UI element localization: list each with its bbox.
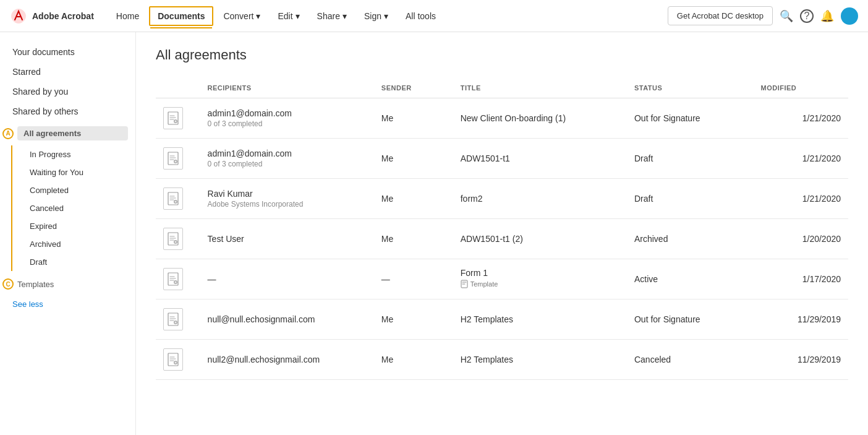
cell-status: Active	[627, 259, 754, 299]
nav-links: Home Documents Convert ▾ Edit ▾ Share ▾ …	[109, 6, 668, 26]
cell-title: form2	[453, 179, 627, 219]
top-navigation: Adobe Acrobat Home Documents Convert ▾ E…	[0, 0, 868, 32]
logo-text: Adobe Acrobat	[32, 11, 94, 21]
sidebar-item-expired[interactable]: Expired	[11, 217, 135, 235]
cell-sender: Me	[374, 299, 453, 340]
cell-modified: 1/21/2020	[754, 98, 848, 139]
cell-modified: 1/17/2020	[754, 259, 848, 299]
sidebar-item-in-progress[interactable]: In Progress	[11, 145, 135, 163]
doc-icon	[163, 187, 183, 210]
cell-sender: Me	[374, 139, 453, 179]
doc-icon	[163, 107, 183, 129]
cell-recipients: null@null.echosignmail.com	[200, 299, 374, 340]
nav-home[interactable]: Home	[109, 7, 147, 25]
sidebar-item-completed[interactable]: Completed	[11, 181, 135, 199]
doc-icon	[163, 228, 183, 250]
table-row[interactable]: — —Form 1 Template Active1/17/2020	[156, 259, 848, 299]
table-row[interactable]: null@null.echosignmail.com MeH2 Template…	[156, 299, 848, 340]
col-header-status: STATUS	[627, 78, 754, 98]
cell-modified: 11/29/2019	[754, 299, 848, 340]
table-row[interactable]: null2@null.echosignmail.com MeH2 Templat…	[156, 340, 848, 380]
cell-title: ADW1501-t1 (2)	[453, 219, 627, 259]
cell-modified: 1/21/2020	[754, 139, 848, 179]
sidebar-item-archived[interactable]: Archived	[11, 235, 135, 253]
cell-title: ADW1501-t1	[453, 139, 627, 179]
nav-convert[interactable]: Convert ▾	[216, 7, 268, 25]
sidebar-item-starred[interactable]: Starred	[0, 62, 135, 82]
cell-title: New Client On-boarding (1)	[453, 98, 627, 139]
nav-share[interactable]: Share ▾	[310, 7, 354, 25]
sidebar-item-shared-by-you[interactable]: Shared by you	[0, 82, 135, 101]
logo-area[interactable]: Adobe Acrobat	[10, 7, 94, 25]
cell-title: H2 Templates	[453, 340, 627, 380]
col-header-modified: MODIFIED	[754, 78, 848, 98]
sidebar-item-your-documents[interactable]: Your documents	[0, 42, 135, 62]
cell-title: H2 Templates	[453, 299, 627, 340]
notification-bell-icon[interactable]: 🔔	[821, 10, 833, 22]
agreements-table: RECIPIENTS SENDER TITLE STATUS MODIFIED …	[156, 78, 848, 380]
cell-recipients: Ravi Kumar Adobe Systems Incorporated	[200, 179, 374, 219]
group-a-marker: A	[2, 128, 14, 139]
cell-sender: Me	[374, 98, 453, 139]
doc-icon	[163, 147, 183, 170]
see-less-button[interactable]: See less	[0, 295, 135, 314]
main-content: All agreements RECIPIENTS SENDER TITLE S…	[136, 32, 868, 435]
cell-recipients: —	[200, 259, 374, 299]
doc-icon-cell	[156, 98, 200, 139]
sidebar-item-draft[interactable]: Draft	[11, 253, 135, 271]
sidebar-item-shared-by-others[interactable]: Shared by others	[0, 101, 135, 121]
cell-sender: Me	[374, 340, 453, 380]
cell-recipients: admin1@domain.com 0 of 3 completed	[200, 139, 374, 179]
doc-icon-cell	[156, 259, 200, 299]
help-icon[interactable]: ?	[800, 9, 814, 23]
cell-status: Canceled	[627, 340, 754, 380]
sidebar-item-waiting-for-you[interactable]: Waiting for You	[11, 163, 135, 181]
cell-sender: Me	[374, 219, 453, 259]
sidebar-item-templates: Templates	[17, 280, 54, 289]
table-row[interactable]: admin1@domain.com 0 of 3 completedMeNew …	[156, 98, 848, 139]
nav-all-tools[interactable]: All tools	[398, 7, 443, 25]
cell-title: Form 1 Template	[453, 259, 627, 299]
cell-status: Out for Signature	[627, 98, 754, 139]
cell-status: Archived	[627, 219, 754, 259]
nav-edit[interactable]: Edit ▾	[270, 7, 307, 25]
get-acrobat-button[interactable]: Get Acrobat DC desktop	[668, 6, 773, 25]
chevron-down-icon: ▾	[296, 11, 300, 21]
doc-icon-cell	[156, 299, 200, 340]
page-title: All agreements	[156, 47, 848, 63]
table-header: RECIPIENTS SENDER TITLE STATUS MODIFIED	[156, 78, 848, 98]
doc-icon-cell	[156, 340, 200, 380]
sidebar-group-c[interactable]: C Templates	[0, 273, 135, 295]
group-c-marker: C	[2, 278, 14, 290]
nav-sign[interactable]: Sign ▾	[357, 7, 396, 25]
col-header-recipients: RECIPIENTS	[200, 78, 374, 98]
main-layout: Your documents Starred Shared by you Sha…	[0, 32, 868, 435]
cell-status: Out for Signature	[627, 299, 754, 340]
sidebar-item-canceled[interactable]: Canceled	[12, 199, 135, 217]
doc-icon-cell	[156, 139, 200, 179]
chevron-down-icon: ▾	[384, 11, 388, 21]
table-row[interactable]: admin1@domain.com 0 of 3 completedMeADW1…	[156, 139, 848, 179]
sidebar-group-a[interactable]: A All agreements	[0, 121, 135, 145]
avatar[interactable]	[841, 7, 858, 25]
sidebar: Your documents Starred Shared by you Sha…	[0, 32, 136, 435]
cell-modified: 1/20/2020	[754, 219, 848, 259]
chevron-down-icon: ▾	[343, 11, 347, 21]
acrobat-logo-icon	[10, 7, 27, 25]
cell-modified: 1/21/2020	[754, 179, 848, 219]
cell-recipients: Test User	[200, 219, 374, 259]
chevron-down-icon: ▾	[256, 11, 260, 21]
doc-icon	[163, 268, 183, 290]
doc-icon-cell	[156, 179, 200, 219]
table-body: admin1@domain.com 0 of 3 completedMeNew …	[156, 98, 848, 380]
doc-icon-cell	[156, 219, 200, 259]
doc-icon	[163, 308, 183, 330]
nav-documents[interactable]: Documents	[149, 6, 213, 26]
nav-right: Get Acrobat DC desktop 🔍 ? 🔔	[668, 6, 858, 25]
sidebar-item-all-agreements: All agreements	[17, 126, 128, 140]
table-row[interactable]: Test User MeADW1501-t1 (2)Archived1/20/2…	[156, 219, 848, 259]
col-header-sender: SENDER	[374, 78, 453, 98]
cell-status: Draft	[627, 139, 754, 179]
search-icon[interactable]: 🔍	[780, 10, 793, 22]
table-row[interactable]: Ravi Kumar Adobe Systems IncorporatedMef…	[156, 179, 848, 219]
